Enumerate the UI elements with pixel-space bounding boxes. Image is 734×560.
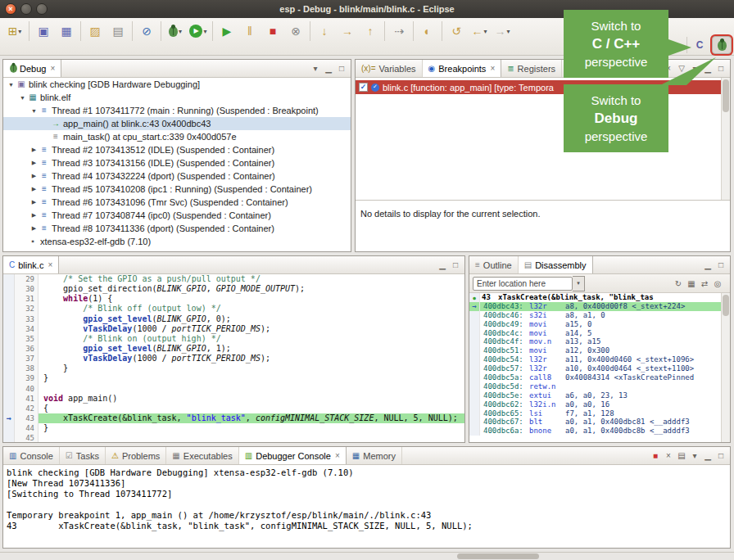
tab-blink-c[interactable]: Cblink.c× — [3, 256, 59, 273]
disassembly-row[interactable]: 400dbc4f:mov.na13, a15 — [469, 337, 730, 346]
save-all-button[interactable]: ▦ — [55, 20, 78, 42]
code-line[interactable]: 41void app_main() — [3, 394, 464, 404]
minimize-icon[interactable] — [322, 62, 335, 75]
marker-gutter[interactable] — [3, 384, 15, 394]
maximize-icon[interactable] — [449, 259, 462, 272]
breakpoint-checkbox-icon[interactable] — [359, 83, 368, 92]
marker-gutter[interactable] — [3, 354, 15, 364]
debug-perspective-button[interactable] — [712, 36, 732, 54]
tab-disassembly[interactable]: ▤Disassembly — [519, 256, 593, 273]
disassembly-scrollbar[interactable] — [721, 293, 730, 443]
code-text[interactable]: while(1) { — [39, 294, 464, 304]
marker-gutter[interactable] — [3, 364, 15, 373]
marker-gutter[interactable] — [3, 334, 15, 344]
code-line[interactable]: 38 } — [3, 364, 464, 373]
code-text[interactable]: } — [39, 364, 464, 373]
marker-gutter[interactable] — [3, 344, 15, 354]
location-input[interactable]: Enter location here — [473, 277, 573, 291]
disassembly-row[interactable]: →400dbc43:l32ra8, 0x400d00f8 <_stext+224… — [469, 302, 730, 311]
horizontal-scrollbar[interactable] — [457, 553, 539, 559]
instruction-stepping-button[interactable]: ⇢ — [387, 20, 410, 42]
minimize-icon[interactable] — [701, 259, 714, 272]
tab-console[interactable]: ▥Console — [3, 447, 60, 464]
close-tab-icon[interactable]: × — [48, 260, 52, 269]
code-text[interactable]: gpio_set_level(BLINK_GPIO, 0); — [39, 314, 464, 324]
view-menu-icon[interactable] — [688, 449, 701, 463]
tree-expander-icon[interactable]: ▶ — [29, 160, 39, 166]
tab-executables[interactable]: ▦Executables — [166, 447, 238, 464]
tree-expander-icon[interactable]: ▶ — [29, 173, 39, 179]
tree-expander-icon[interactable]: ▶ — [29, 147, 39, 153]
tree-expander-icon[interactable]: ▼ — [7, 82, 16, 88]
minimize-icon[interactable] — [701, 449, 714, 463]
code-line[interactable]: 29 /* Set the GPIO as a push/pull output… — [3, 274, 464, 284]
disassembly-row[interactable]: 400dbc6a:bnonea0, a1, 0x400dbc8b <__addd… — [469, 427, 730, 436]
debug-tree-item[interactable]: ▶≡Thread #4 1073432224 (dport) (Suspende… — [3, 169, 351, 183]
code-text[interactable] — [39, 384, 464, 394]
search-button[interactable]: ◐ — [416, 20, 439, 42]
open-folder-button[interactable]: ▨ — [84, 20, 106, 42]
code-text[interactable]: { — [39, 404, 464, 413]
maximize-window-button[interactable] — [36, 3, 48, 15]
code-text[interactable]: void app_main() — [39, 394, 464, 404]
code-text[interactable]: xTaskCreate(&blink_task, "blink_task", c… — [39, 413, 464, 423]
code-line[interactable]: 45 — [3, 433, 464, 443]
debug-tree-item[interactable]: ▶≡Thread #2 1073413512 (IDLE) (Suspended… — [3, 143, 351, 156]
disassembly-row[interactable]: 400dbc5d:retw.n — [469, 382, 730, 391]
terminate-icon[interactable] — [649, 449, 662, 463]
code-line[interactable]: 31 while(1) { — [3, 294, 464, 304]
marker-gutter[interactable] — [3, 314, 15, 324]
tree-expander-icon[interactable]: ▶ — [29, 199, 39, 205]
debug-tree-item[interactable]: ▶≡Thread #6 1073431096 (Tmr Svc) (Suspen… — [3, 196, 351, 209]
code-text[interactable]: vTaskDelay(1000 / portTICK_PERIOD_MS); — [39, 324, 464, 334]
disconnect-button[interactable]: ⊗ — [284, 20, 307, 42]
console-output[interactable]: blink checking [GDB Hardware Debugging] … — [3, 465, 730, 534]
step-into-button[interactable]: ↓ — [313, 20, 336, 42]
forward-button[interactable]: →▾ — [491, 20, 514, 42]
code-line[interactable]: 40 — [3, 384, 464, 394]
code-line[interactable]: 33 gpio_set_level(BLINK_GPIO, 0); — [3, 314, 464, 324]
debug-tree-item[interactable]: ▪xtensa-esp32-elf-gdb (7.10) — [3, 235, 351, 248]
debug-tree-item[interactable]: ▶≡Thread #8 1073411336 (dport) (Suspende… — [3, 222, 351, 235]
debug-tree-item[interactable]: ▼▣blink checking [GDB Hardware Debugging… — [3, 78, 351, 91]
track-expression-icon[interactable] — [711, 277, 724, 290]
tree-expander-icon[interactable]: ▶ — [29, 225, 39, 232]
code-line[interactable]: 32 /* Blink off (output low) */ — [3, 304, 464, 314]
code-line[interactable]: →43 xTaskCreate(&blink_task, "blink_task… — [3, 413, 464, 423]
disassembly-row[interactable]: 400dbc5a:call80x40084314 <xTaskCreatePin… — [469, 373, 730, 382]
run-button[interactable]: ▶▾ — [187, 20, 210, 42]
disassembly-row[interactable]: ●43xTaskCreate(&blink_task, "blink_tas — [469, 293, 730, 302]
disassembly-row[interactable]: 400dbc62:l32i.na0, a0, 16 — [469, 400, 730, 409]
clear-console-icon[interactable] — [675, 449, 688, 463]
disassembly-row[interactable]: 400dbc51:movia12, 0x300 — [469, 346, 730, 355]
disassembly-row[interactable]: 400dbc4c:movia14, 5 — [469, 329, 730, 338]
view-menu-icon[interactable] — [688, 62, 701, 75]
marker-gutter[interactable] — [3, 284, 15, 294]
debug-tree-item[interactable]: →app_main() at blink.c:43 0x400dbc43 — [3, 117, 351, 130]
breakpoint-row[interactable]: blink.c [function: app_main] [type: Temp… — [356, 80, 730, 94]
code-text[interactable]: /* Blink on (output high) */ — [39, 334, 464, 344]
instruction-pointer-icon[interactable]: → — [3, 413, 15, 423]
location-dropdown-icon[interactable]: ▾ — [573, 276, 585, 291]
breakpoints-scrollbar[interactable] — [721, 78, 730, 200]
tab-variables[interactable]: (x)=Variables — [356, 60, 423, 77]
close-button[interactable] — [5, 3, 16, 15]
code-line[interactable]: 42{ — [3, 404, 464, 413]
new-wizard-button[interactable]: ⊞▾ — [3, 20, 26, 42]
disassembly-row[interactable]: 400dbc5e:extuia6, a0, 23, 13 — [469, 391, 730, 400]
code-text[interactable]: gpio_set_direction(BLINK_GPIO, GPIO_MODE… — [39, 284, 464, 294]
maximize-icon[interactable] — [714, 259, 727, 272]
refresh-icon[interactable] — [672, 277, 685, 290]
code-line[interactable]: 34 vTaskDelay(1000 / portTICK_PERIOD_MS)… — [3, 324, 464, 334]
tab-breakpoints[interactable]: ◉Breakpoints× — [423, 60, 502, 77]
close-tab-icon[interactable]: × — [335, 451, 340, 460]
sync-selection-icon[interactable] — [698, 277, 711, 290]
marker-gutter[interactable] — [3, 394, 15, 404]
code-text[interactable]: } — [39, 423, 464, 433]
tab-tasks[interactable]: ☑Tasks — [60, 447, 106, 464]
tree-expander-icon[interactable]: ▼ — [18, 95, 27, 101]
tab-memory[interactable]: ▦Memory — [347, 447, 402, 464]
save-button[interactable]: ▣ — [32, 20, 55, 42]
code-text[interactable]: /* Set the GPIO as a push/pull output */ — [39, 274, 464, 284]
debug-button[interactable]: ▾ — [164, 20, 187, 42]
